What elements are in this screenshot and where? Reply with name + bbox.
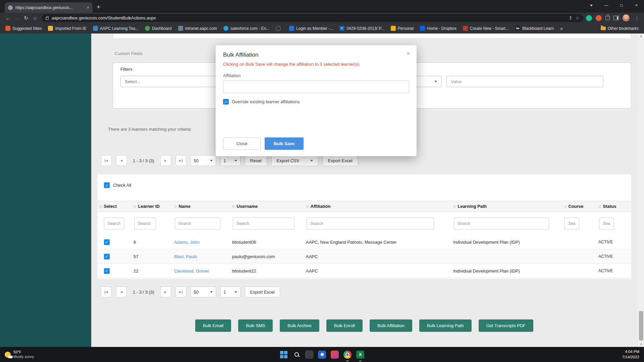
bookmark-star-icon[interactable]: ☆: [575, 15, 579, 20]
bookmark-item[interactable]: P0429-S336-2013/ P...: [339, 26, 384, 31]
profile-avatar[interactable]: [623, 14, 630, 21]
search-learning-path-input[interactable]: [454, 218, 549, 230]
bookmark-item[interactable]: salesforce.com - En...: [223, 26, 269, 31]
back-icon[interactable]: ←: [3, 15, 12, 21]
search-affiliation-input[interactable]: [307, 218, 434, 230]
filter-field-select[interactable]: Select...: [120, 76, 218, 87]
pagination-first-button[interactable]: ◀: [101, 155, 112, 166]
pagination-next-button[interactable]: ▶: [160, 287, 171, 297]
search-username-input[interactable]: [233, 218, 294, 230]
forward-icon[interactable]: →: [12, 15, 21, 21]
bulk-save-button[interactable]: Bulk Save: [265, 137, 304, 150]
scrollbar-thumb[interactable]: [639, 311, 643, 341]
pagination-last-button[interactable]: ▶: [175, 155, 186, 166]
bulk-learning-path-button[interactable]: Bulk Learning Path: [419, 319, 472, 332]
search-learner-id-input[interactable]: [134, 218, 156, 230]
affiliation-input[interactable]: [223, 80, 409, 93]
reload-icon[interactable]: ↻: [21, 15, 31, 21]
bookmark-item[interactable]: AAPC Learning Tea...: [93, 26, 139, 31]
extension-orange-icon[interactable]: [596, 15, 602, 21]
address-bar[interactable]: aapcsandbox.geniussis.com/StudentBulkAct…: [42, 14, 583, 22]
bookmark-item[interactable]: [276, 26, 283, 31]
search-course-input[interactable]: [565, 218, 579, 230]
bookmark-item[interactable]: intranet.aapc.com: [178, 26, 217, 31]
column-header-select[interactable]: ◇Select: [99, 204, 133, 209]
bulk-sms-button[interactable]: Bulk SMS: [238, 319, 273, 332]
override-checkbox[interactable]: [223, 99, 229, 105]
column-header-course[interactable]: ◇Course: [564, 204, 598, 209]
minimize-button[interactable]: —: [599, 0, 614, 11]
browser-tab[interactable]: https://aapcsandbox.geniussis... ×: [5, 2, 93, 13]
scroll-up-icon[interactable]: ▲: [638, 34, 644, 39]
bookmark-item[interactable]: BbBlackboard Learn: [515, 26, 554, 31]
pagination-last-button[interactable]: ▶: [175, 287, 186, 297]
pagination-prev-button[interactable]: ◀: [116, 155, 127, 166]
other-bookmarks[interactable]: Other bookmarks: [601, 26, 639, 31]
taskbar-weather[interactable]: 93°F Mostly sunny: [5, 350, 34, 359]
bookmark-item[interactable]: Personal: [391, 26, 414, 31]
column-header-status[interactable]: ◇Status: [598, 204, 630, 209]
export-excel-button[interactable]: Export Excel: [245, 287, 280, 297]
tab-close-icon[interactable]: ×: [87, 5, 89, 10]
filter-value-input[interactable]: [446, 76, 603, 87]
taskbar-app-camera[interactable]: [316, 347, 328, 362]
extension-green-icon[interactable]: [586, 15, 592, 21]
start-button[interactable]: [277, 347, 290, 362]
row-checkbox[interactable]: [104, 268, 110, 274]
close-window-button[interactable]: ×: [629, 0, 644, 11]
taskbar-app-photos[interactable]: [328, 347, 341, 362]
column-header-affiliation[interactable]: ◇Affiliation: [306, 204, 453, 209]
bulk-archive-button[interactable]: Bulk Archive: [280, 319, 319, 332]
bookmarks-overflow-icon[interactable]: »: [560, 26, 563, 31]
taskbar-app-excel[interactable]: X: [354, 347, 367, 362]
pagination-next-button[interactable]: ▶: [160, 155, 171, 166]
share-icon[interactable]: ↥: [569, 15, 572, 20]
page-size-select[interactable]: 50: [191, 155, 216, 166]
export-csv-button[interactable]: Export CSV: [271, 155, 318, 166]
bookmark-item[interactable]: Login as Member -...: [289, 26, 333, 31]
bulk-email-button[interactable]: Bulk Email: [195, 319, 231, 332]
bulk-enroll-button[interactable]: Bulk Enroll: [326, 319, 363, 332]
row-checkbox[interactable]: [104, 239, 110, 245]
get-transcripts-pdf-button[interactable]: Get Transcripts PDF: [479, 319, 534, 332]
new-tab-button[interactable]: +: [97, 3, 100, 11]
learner-name-link[interactable]: Adams, John: [174, 240, 200, 245]
column-header-name[interactable]: ◇Name: [174, 204, 232, 209]
pagination-first-button[interactable]: ◀: [101, 287, 112, 297]
url-text[interactable]: aapcsandbox.geniussis.com/StudentBulkAct…: [52, 15, 566, 20]
bookmark-item[interactable]: Dashboard: [145, 26, 172, 31]
modal-close-button[interactable]: Close: [223, 137, 261, 150]
page-scrollbar[interactable]: ▲ ▼: [638, 34, 644, 347]
learner-name-link[interactable]: Cleveland, Grover: [174, 268, 209, 274]
pagination-prev-button[interactable]: ◀: [116, 287, 127, 297]
column-header-learner-id[interactable]: ◇Learner ID: [133, 204, 174, 209]
column-header-username[interactable]: ◇Username: [232, 204, 306, 209]
bookmark-item[interactable]: Create New - Smart...: [463, 26, 509, 31]
search-select-input[interactable]: [104, 218, 124, 230]
bookmark-item[interactable]: Imported From IE: [48, 26, 86, 31]
side-panel-icon[interactable]: [613, 16, 619, 20]
page-number-select[interactable]: 1: [220, 287, 240, 297]
bookmark-item[interactable]: Suggested Sites: [5, 26, 42, 31]
taskbar-app-dark[interactable]: [303, 347, 316, 362]
browser-menu-icon[interactable]: ⋮: [633, 15, 641, 21]
extensions-puzzle-icon[interactable]: [605, 16, 610, 20]
row-checkbox[interactable]: [104, 254, 110, 259]
bulk-affiliation-button[interactable]: Bulk Affiliation: [370, 319, 412, 332]
page-size-select[interactable]: 50: [191, 287, 216, 297]
export-excel-button[interactable]: Export Excel: [323, 155, 358, 166]
check-all-checkbox[interactable]: [104, 182, 110, 188]
taskbar-clock[interactable]: 4:04 PM 7/14/2022: [622, 347, 639, 362]
home-icon[interactable]: ⌂: [31, 15, 40, 21]
taskbar-search-button[interactable]: [290, 347, 303, 362]
tab-search-button[interactable]: [584, 0, 599, 11]
reset-button[interactable]: Reset: [245, 155, 267, 166]
learner-name-link[interactable]: Biasi, Paulo: [174, 254, 197, 259]
bookmark-item[interactable]: Home - Dropbox: [420, 26, 457, 31]
maximize-button[interactable]: □: [614, 0, 629, 11]
search-status-input[interactable]: [599, 218, 614, 230]
column-header-learning-path[interactable]: ◇Learning Path: [453, 204, 564, 209]
taskbar-app-chrome[interactable]: [341, 347, 354, 362]
search-name-input[interactable]: [175, 218, 220, 230]
modal-close-icon[interactable]: ×: [407, 50, 410, 57]
